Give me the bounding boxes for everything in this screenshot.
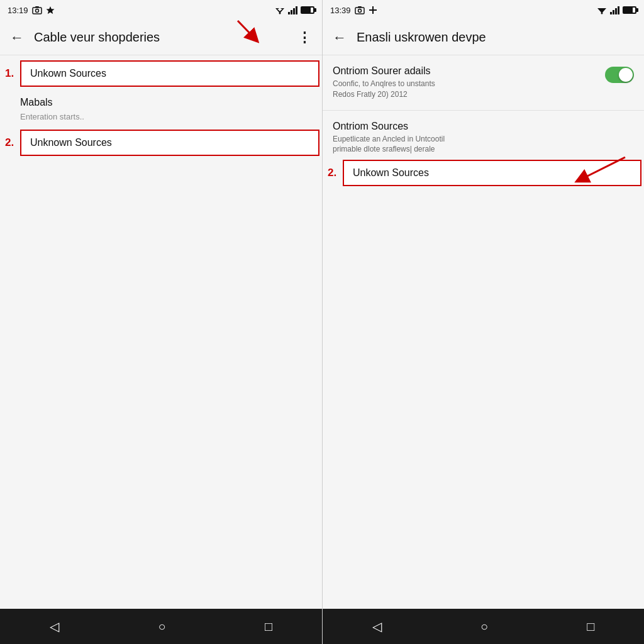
svg-rect-14 xyxy=(355,8,364,14)
setting2-item[interactable]: Ontriom Sources Eupetlicate an Ancled in… xyxy=(323,111,644,158)
svg-rect-18 xyxy=(369,9,377,11)
step1-text: Unkown Sources xyxy=(30,68,106,79)
status-icons-right xyxy=(596,6,636,14)
section-label: Mabals xyxy=(0,89,322,109)
svg-line-26 xyxy=(581,157,625,179)
svg-rect-9 xyxy=(291,10,292,14)
wifi-icon-left xyxy=(274,6,286,14)
svg-marker-3 xyxy=(46,6,54,14)
recents-nav-right[interactable]: □ xyxy=(574,614,607,639)
home-nav-left[interactable]: ○ xyxy=(145,614,178,639)
back-nav-left[interactable]: ◁ xyxy=(37,614,72,639)
toggle-knob xyxy=(619,68,633,82)
battery-icon-right xyxy=(623,6,636,14)
status-time-left: 13:19 xyxy=(8,6,55,15)
step2-row-left: 2. Unknown Sources xyxy=(0,127,322,161)
home-nav-right[interactable]: ○ xyxy=(468,614,501,639)
setting1-desc: Coonfic, to Anqlres to unstants Redos Fr… xyxy=(333,79,597,100)
right-phone-screen: 13:39 xyxy=(322,0,644,644)
back-button-right[interactable]: ← xyxy=(328,25,352,51)
step2-number-right: 2. xyxy=(325,167,343,179)
signal-icon-right xyxy=(610,6,620,14)
svg-rect-0 xyxy=(33,8,42,14)
svg-rect-23 xyxy=(615,8,617,14)
step1-row: 1. Unkown Sources xyxy=(0,55,322,89)
toolbar-left: ← Cable veur shopderies ⋮ xyxy=(0,20,322,55)
plus-icon-right xyxy=(369,6,377,14)
status-bar-right: 13:39 xyxy=(323,0,644,20)
recents-nav-left[interactable]: □ xyxy=(252,614,285,639)
svg-rect-24 xyxy=(618,6,619,14)
svg-rect-8 xyxy=(288,12,290,14)
time-right: 13:39 xyxy=(330,6,351,15)
svg-line-13 xyxy=(238,21,254,38)
star-icon-left xyxy=(46,6,55,14)
status-time-right-container: 13:39 xyxy=(330,6,377,15)
section-subtitle: Enteration starts.. xyxy=(20,112,84,121)
photo-icon-left xyxy=(32,6,42,14)
svg-rect-2 xyxy=(35,6,39,8)
step2-highlight-box-left: Unknown Sources xyxy=(20,130,319,156)
svg-rect-21 xyxy=(610,12,612,14)
nav-bar-right: ◁ ○ □ xyxy=(323,609,644,644)
signal-icon-left xyxy=(288,6,298,14)
status-icons-left xyxy=(274,6,314,14)
left-phone-screen: 13:19 xyxy=(0,0,322,644)
step2-number-left: 2. xyxy=(3,136,20,149)
setting1-title: Ontriom Sourer adails xyxy=(333,65,597,77)
back-button-left[interactable]: ← xyxy=(5,25,29,51)
toolbar-right: ← Enasli uskrowen devpe xyxy=(323,20,644,55)
toolbar-title-right: Enasli uskrowen devpe xyxy=(357,30,639,45)
wifi-icon-right xyxy=(596,6,608,14)
nav-bar-left: ◁ ○ □ xyxy=(0,609,322,644)
setting1-item[interactable]: Ontriom Sourer adails Coonfic, to Anqlre… xyxy=(323,55,644,110)
setting2-title: Ontriom Sources xyxy=(333,121,634,132)
svg-rect-11 xyxy=(296,6,297,14)
section-sublabel: Enteration starts.. xyxy=(0,109,322,127)
svg-rect-22 xyxy=(613,10,614,14)
svg-rect-16 xyxy=(358,6,362,8)
svg-point-1 xyxy=(35,9,38,13)
svg-point-15 xyxy=(358,9,361,13)
content-left: 1. Unkown Sources Mabals Enteration star… xyxy=(0,55,322,609)
red-arrow-annotation-right xyxy=(562,151,638,189)
step2-text-left: Unknown Sources xyxy=(30,137,112,148)
battery-icon-left xyxy=(301,6,314,14)
content-right: Ontriom Sourer adails Coonfic, to Anqlre… xyxy=(323,55,644,609)
status-bar-left: 13:19 xyxy=(0,0,322,20)
back-nav-right[interactable]: ◁ xyxy=(360,614,394,639)
toggle-switch[interactable] xyxy=(605,67,634,83)
setting2-content: Ontriom Sources Eupetlicate an Ancled in… xyxy=(333,121,634,155)
step1-highlight-box: Unkown Sources xyxy=(20,60,319,87)
svg-rect-10 xyxy=(293,8,295,14)
svg-point-20 xyxy=(601,13,603,14)
setting1-content: Ontriom Sourer adails Coonfic, to Anqlre… xyxy=(333,65,597,100)
time-left: 13:19 xyxy=(8,6,28,15)
red-arrow-annotation-left xyxy=(231,18,263,49)
photo-icon-right xyxy=(355,6,365,14)
section-title: Mabals xyxy=(20,97,53,108)
svg-point-7 xyxy=(279,13,281,14)
step1-number: 1. xyxy=(3,67,20,80)
step2-text-right: Unkown Sources xyxy=(353,167,429,178)
more-button-left[interactable]: ⋮ xyxy=(292,25,317,51)
